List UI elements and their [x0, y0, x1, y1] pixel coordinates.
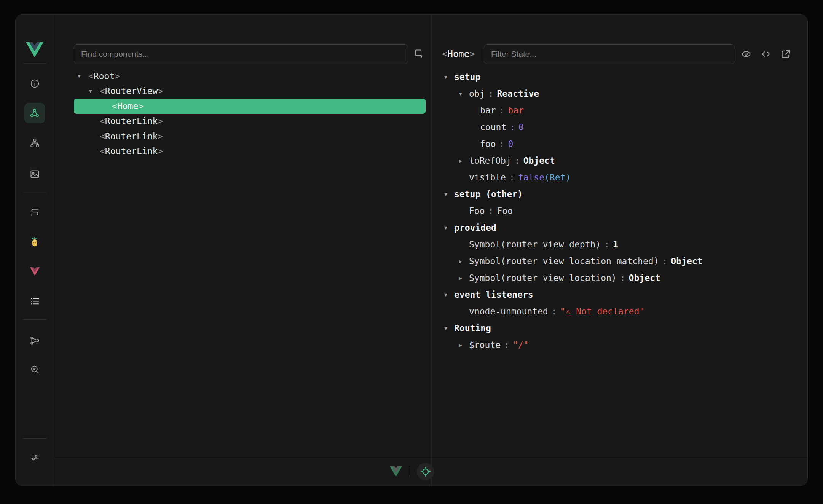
hierarchy-button[interactable] [24, 132, 45, 153]
bracket: < [100, 86, 105, 96]
colon: : [604, 239, 609, 249]
state-row[interactable]: ▼setup [440, 69, 801, 85]
sidebar-divider [23, 438, 46, 439]
routes-button[interactable] [24, 201, 45, 222]
tree-node-routerlink[interactable]: <RouterLink> [74, 144, 426, 159]
colon: : [509, 172, 515, 182]
expand-arrow-icon[interactable]: ▼ [444, 325, 454, 331]
state-row[interactable]: foo:0 [440, 136, 801, 152]
inspector-button[interactable] [24, 359, 45, 380]
vue-overlay-button[interactable] [389, 462, 403, 482]
vue-router-icon [30, 267, 40, 276]
info-button[interactable] [24, 73, 45, 94]
colon: : [662, 256, 668, 266]
tree-node-routerview[interactable]: ▼<RouterView> [74, 84, 426, 99]
expand-arrow-icon[interactable]: ▼ [444, 225, 454, 231]
selected-component-tag: <Home> [442, 44, 475, 64]
component-tree: ▼<Root>▼<RouterView><Home><RouterLink><R… [74, 69, 426, 457]
expand-arrow-icon[interactable]: ▼ [444, 74, 454, 80]
component-name: RouterLink [105, 116, 158, 126]
state-value: Object [671, 256, 702, 266]
sidebar-divider [23, 63, 46, 64]
selected-component-name: Home [447, 49, 469, 59]
eye-button[interactable] [738, 44, 754, 64]
expand-arrow-icon[interactable]: ▶ [459, 342, 469, 348]
state-value: 0 [518, 122, 524, 132]
tree-node-routerlink[interactable]: <RouterLink> [74, 114, 426, 129]
expand-arrow-icon[interactable]: ▼ [444, 191, 454, 197]
state-tree: ▼setup▼obj:Reactivebar:barcount:0foo:0▶t… [440, 69, 801, 458]
pinia-pineapple-icon [29, 236, 40, 247]
filter-state-input[interactable] [484, 44, 735, 64]
state-row[interactable]: count:0 [440, 119, 801, 136]
state-row[interactable]: ▶$route:"/" [440, 337, 801, 353]
state-header-actions [738, 44, 794, 64]
state-row[interactable]: ▼setup (other) [440, 186, 801, 203]
expand-arrow-icon[interactable]: ▶ [459, 275, 469, 281]
components-icon [29, 108, 40, 118]
state-row[interactable]: ▼obj:Reactive [440, 85, 801, 102]
state-key: bar [480, 105, 496, 115]
component-name: RouterView [105, 86, 158, 96]
colon: : [552, 306, 557, 316]
state-row[interactable]: Foo:Foo [440, 203, 801, 219]
state-value: 0 [508, 139, 513, 149]
assets-button[interactable] [24, 164, 45, 184]
hierarchy-icon [30, 138, 40, 148]
graph-button[interactable] [24, 330, 45, 351]
logs-button[interactable] [24, 291, 45, 311]
state-row[interactable]: ▶toRefObj:Object [440, 152, 801, 169]
state-row[interactable]: ▼Routing [440, 320, 801, 337]
bracket: > [158, 131, 163, 141]
state-row[interactable]: vnode-unmounted:"⚠ Not declared" [440, 303, 801, 320]
state-row[interactable]: ▼event listeners [440, 286, 801, 303]
state-key: Symbol(router view location matched) [469, 256, 659, 266]
colon: : [515, 156, 520, 166]
state-value: Reactive [497, 89, 539, 99]
state-row[interactable]: bar:bar [440, 102, 801, 119]
state-row[interactable]: Symbol(router view depth):1 [440, 236, 801, 253]
components-panel: ▼<Root>▼<RouterView><Home><RouterLink><R… [54, 15, 432, 485]
bracket: > [158, 146, 163, 156]
expand-arrow-icon[interactable]: ▼ [78, 73, 88, 79]
component-tag: <RouterLink> [100, 116, 163, 126]
tree-node-home[interactable]: <Home> [74, 99, 426, 114]
colon: : [488, 206, 494, 216]
target-crosshair-icon [420, 466, 431, 477]
state-row[interactable]: ▶Symbol(router view location):Object [440, 270, 801, 286]
pinia-button[interactable] [24, 231, 45, 252]
state-row[interactable]: visible:false(Ref) [440, 169, 801, 186]
expand-arrow-icon[interactable]: ▼ [444, 292, 454, 298]
code-button[interactable] [758, 44, 774, 64]
state-key: count [480, 122, 506, 132]
component-tag: <Root> [88, 71, 120, 81]
colon: : [510, 122, 515, 132]
state-row[interactable]: ▶Symbol(router view location matched):Ob… [440, 253, 801, 270]
state-value: Object [629, 273, 660, 283]
components-tab-button[interactable] [24, 103, 45, 123]
state-value: "/" [513, 340, 529, 350]
tree-node-routerlink[interactable]: <RouterLink> [74, 129, 426, 144]
image-icon [30, 169, 40, 179]
open-in-new-button[interactable] [778, 44, 794, 64]
tree-node-root[interactable]: ▼<Root> [74, 69, 426, 84]
expand-arrow-icon[interactable]: ▶ [459, 258, 469, 264]
state-key: obj [469, 89, 485, 99]
sidebar-divider [23, 319, 46, 320]
component-name: Home [117, 101, 138, 111]
find-components-input[interactable] [74, 44, 408, 64]
target-button[interactable] [417, 463, 434, 480]
state-key: visible [469, 172, 506, 182]
footer-divider [410, 467, 410, 477]
bracket: < [442, 49, 447, 59]
list-icon [30, 296, 40, 306]
sidebar [16, 15, 54, 485]
state-panel: <Home> ▼setup▼obj:Reactiveb [432, 15, 807, 458]
vue-router-button[interactable] [24, 262, 45, 282]
expand-arrow-icon[interactable]: ▼ [89, 88, 100, 94]
state-key: Symbol(router view location) [469, 273, 617, 283]
inspect-component-button[interactable] [411, 44, 428, 64]
expand-arrow-icon[interactable]: ▼ [459, 91, 469, 97]
expand-arrow-icon[interactable]: ▶ [459, 158, 469, 164]
state-row[interactable]: ▼provided [440, 219, 801, 236]
